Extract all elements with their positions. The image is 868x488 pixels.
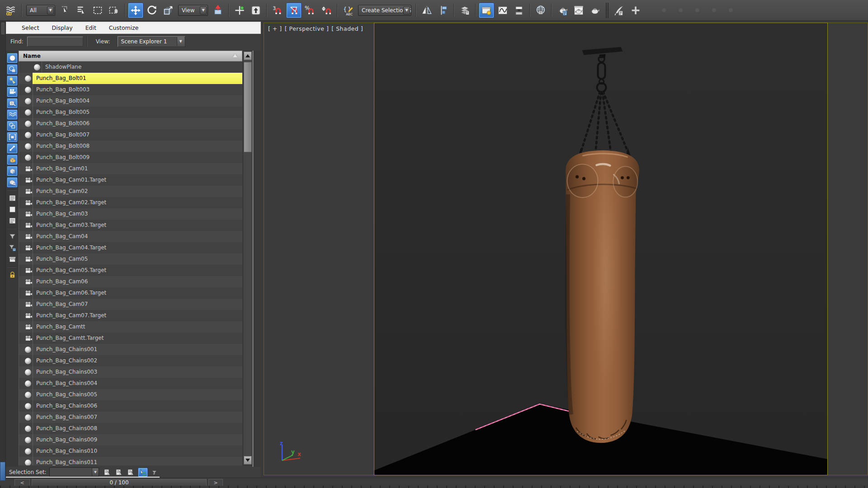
expand-all-toggle[interactable] <box>7 193 18 203</box>
object-name-label[interactable]: Punch_Bag_Chains004 <box>33 378 242 389</box>
filter-combinations-toggle[interactable] <box>7 231 18 242</box>
scene-object-row[interactable]: Punch_Bag_Bolt004 <box>19 95 242 107</box>
chevron-down-icon[interactable]: ▼ <box>200 6 207 14</box>
object-name-label[interactable]: Punch_Bag_Chains009 <box>33 434 242 446</box>
panel-dock-handle[interactable] <box>0 21 6 478</box>
menu-customize[interactable]: Customize <box>103 23 145 33</box>
scene-object-row[interactable]: ShadowPlane <box>19 61 242 73</box>
container-tools-toggle[interactable] <box>7 254 18 264</box>
scene-object-row[interactable]: Punch_Bag_Cam02.Target <box>19 197 242 208</box>
scene-object-row[interactable]: Punch_Bag_Cam05 <box>19 253 242 265</box>
scene-object-row[interactable]: Punch_Bag_Bolt01 <box>19 73 242 84</box>
display-containers-toggle[interactable] <box>7 155 18 165</box>
object-name-label[interactable]: Punch_Bag_Cam03 <box>33 208 242 220</box>
select-by-name-button[interactable] <box>74 3 89 18</box>
track-bar-ruler[interactable] <box>0 486 868 488</box>
scroll-down-button[interactable] <box>244 456 252 465</box>
subtract-selected-from-set-button[interactable] <box>126 468 136 477</box>
display-space-warps-toggle[interactable] <box>7 109 18 120</box>
scene-object-row[interactable]: Punch_Bag_Cam07.Target <box>19 310 242 321</box>
scene-object-row[interactable]: Punch_Bag_Chains011 <box>19 457 242 465</box>
object-name-label[interactable]: Punch_Bag_Bolt007 <box>33 129 242 141</box>
add-selected-to-set-button[interactable] <box>114 468 124 477</box>
object-name-label[interactable]: Punch_Bag_Chains002 <box>33 355 242 366</box>
object-name-label[interactable]: Punch_Bag_Cam02.Target <box>33 197 242 208</box>
object-name-label[interactable]: Punch_Bag_Bolt009 <box>33 152 242 163</box>
scroll-up-button[interactable] <box>244 52 252 60</box>
menu-display[interactable]: Display <box>46 23 79 33</box>
scene-object-row[interactable]: Punch_Bag_Chains003 <box>19 366 242 378</box>
display-helpers-toggle[interactable] <box>7 98 18 108</box>
selection-set-dropdown[interactable]: ▼ <box>49 468 99 477</box>
select-and-rotate-button[interactable] <box>144 3 160 18</box>
auto-update-selection-button[interactable] <box>138 468 148 477</box>
scene-object-row[interactable]: Punch_Bag_Chains006 <box>19 400 242 412</box>
object-name-label[interactable]: Punch_Bag_Bolt004 <box>33 95 242 107</box>
use-pivot-point-center-button[interactable] <box>210 3 226 18</box>
select-and-manipulate-button[interactable] <box>232 3 247 18</box>
configure-advanced-filter-toggle[interactable] <box>7 243 18 253</box>
selection-filter-mini-button[interactable] <box>150 468 160 477</box>
object-name-label[interactable]: Punch_Bag_Chains007 <box>33 412 242 423</box>
select-and-scale-button[interactable] <box>160 3 176 18</box>
scene-object-row[interactable]: Punch_Bag_Chains002 <box>19 355 242 366</box>
display-frozen-objects-toggle[interactable] <box>7 166 18 176</box>
object-name-label[interactable]: Punch_Bag_Chains003 <box>33 366 242 378</box>
punching-bag[interactable] <box>566 150 639 443</box>
display-shapes-toggle[interactable] <box>7 64 18 75</box>
manage-layers-button[interactable] <box>457 3 472 18</box>
mirror-button[interactable] <box>419 3 434 18</box>
object-name-label[interactable]: Punch_Bag_Chains006 <box>33 400 242 412</box>
scene-object-row[interactable]: Punch_Bag_Bolt008 <box>19 141 242 152</box>
list-scrollbar[interactable] <box>243 51 253 465</box>
scene-object-row[interactable]: Punch_Bag_Chains007 <box>19 412 242 423</box>
active-viewport[interactable]: [ + ][ Perspective ][ Shaded ] z x y <box>264 23 868 475</box>
object-name-label[interactable]: Punch_Bag_Cam07.Target <box>33 310 242 321</box>
reference-coordinate-system-dropdown[interactable]: View▼ <box>178 5 208 16</box>
object-name-label[interactable]: Punch_Bag_Cam03.Target <box>33 220 242 231</box>
scene-object-row[interactable]: Punch_Bag_Cam05.Target <box>19 265 242 276</box>
scene-object-row[interactable]: Punch_Bag_Cam01 <box>19 163 242 174</box>
curve-editor-button[interactable] <box>495 3 510 18</box>
find-input[interactable] <box>27 37 83 47</box>
scene-object-row[interactable]: Punch_Bag_Cam03 <box>19 208 242 220</box>
select-and-move-button[interactable] <box>128 3 143 18</box>
object-name-label[interactable]: Punch_Bag_Chains001 <box>33 344 242 355</box>
scene-object-row[interactable]: Punch_Bag_Bolt005 <box>19 107 242 118</box>
display-geometry-toggle[interactable] <box>7 53 18 63</box>
chevron-down-icon[interactable]: ▼ <box>47 6 54 14</box>
display-lights-toggle[interactable] <box>7 75 18 86</box>
viewport-shading-menu[interactable]: [ Shaded ] <box>331 25 363 32</box>
object-name-label[interactable]: Punch_Bag_Cam06.Target <box>33 287 242 299</box>
object-name-label[interactable]: Punch_Bag_Chains005 <box>33 389 242 400</box>
viewport-region[interactable]: [ + ][ Perspective ][ Shaded ] z x y <box>261 21 868 478</box>
name-column-header[interactable]: Name <box>19 51 242 61</box>
render-in-cloud-button[interactable] <box>533 3 548 18</box>
scene-object-row[interactable]: Punch_Bag_Camtt <box>19 321 242 333</box>
percent-snap-toggle-button[interactable] <box>302 3 318 18</box>
window-crossing-toggle-button[interactable] <box>106 3 122 18</box>
align-button[interactable] <box>435 3 451 18</box>
object-name-label[interactable]: Punch_Bag_Cam04.Target <box>33 242 242 253</box>
collapse-all-toggle[interactable] <box>7 204 18 215</box>
display-groups-toggle[interactable] <box>7 121 18 131</box>
scene-object-row[interactable]: Punch_Bag_Chains008 <box>19 423 242 434</box>
chevron-down-icon[interactable]: ▼ <box>403 6 410 14</box>
object-name-label[interactable]: Punch_Bag_Cam02 <box>33 186 242 197</box>
display-cameras-toggle[interactable] <box>7 87 18 97</box>
schematic-view-button[interactable] <box>511 3 527 18</box>
object-name-label[interactable]: Punch_Bag_Bolt01 <box>33 73 242 84</box>
scene-object-row[interactable]: Punch_Bag_Camtt.Target <box>19 333 242 344</box>
toggle-scene-explorer-button[interactable] <box>479 3 494 18</box>
render-setup-button[interactable] <box>571 3 586 18</box>
chevron-down-icon[interactable]: ▼ <box>177 37 184 46</box>
object-name-label[interactable]: Punch_Bag_Chains011 <box>33 457 242 465</box>
viewport-pov-menu[interactable]: [ Perspective ] <box>285 25 329 32</box>
menu-edit[interactable]: Edit <box>79 23 103 33</box>
autodesk-app-tool-button[interactable] <box>612 3 627 18</box>
object-name-label[interactable]: Punch_Bag_Cam07 <box>33 299 242 310</box>
select-and-link-button[interactable] <box>3 3 19 18</box>
scene-object-row[interactable]: Punch_Bag_Bolt007 <box>19 129 242 141</box>
scene-object-row[interactable]: Punch_Bag_Chains010 <box>19 446 242 457</box>
select-object-button[interactable] <box>57 3 73 18</box>
